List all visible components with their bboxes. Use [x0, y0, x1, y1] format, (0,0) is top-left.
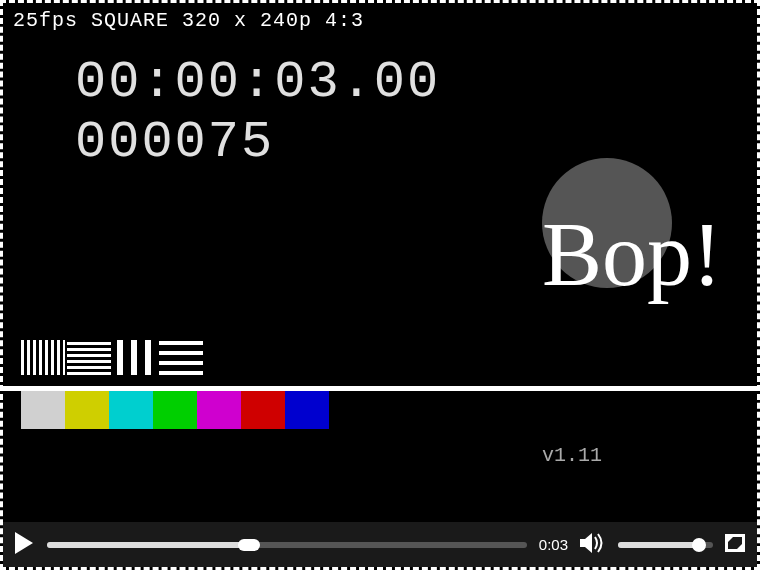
color-bar: [109, 391, 153, 429]
color-bar: [21, 391, 65, 429]
volume-thumb[interactable]: [692, 538, 706, 552]
color-bar: [241, 391, 285, 429]
pattern-hbars: [159, 340, 203, 375]
progress-bar[interactable]: [47, 542, 527, 548]
play-button[interactable]: [15, 532, 35, 557]
test-patterns: [21, 340, 203, 375]
svg-marker-1: [580, 533, 592, 553]
color-bar: [285, 391, 329, 429]
video-meta-info: 25fps SQUARE 320 x 240p 4:3: [13, 9, 364, 32]
video-player-container: 25fps SQUARE 320 x 240p 4:3 00:00:03.00 …: [0, 0, 760, 570]
play-icon: [15, 532, 35, 554]
svg-marker-0: [15, 532, 33, 554]
volume-fill: [618, 542, 699, 548]
pattern-hstripes: [67, 340, 111, 375]
version-label: v1.11: [542, 444, 602, 467]
overlay-text: Bop!: [542, 203, 722, 306]
volume-icon: [580, 532, 606, 554]
color-bar: [65, 391, 109, 429]
volume-slider[interactable]: [618, 542, 713, 548]
frame-counter: 000075: [75, 113, 274, 172]
fullscreen-icon: [725, 534, 745, 552]
video-content[interactable]: 25fps SQUARE 320 x 240p 4:3 00:00:03.00 …: [3, 3, 757, 522]
fullscreen-button[interactable]: [725, 534, 745, 555]
player-controls: 0:03: [3, 522, 757, 567]
color-bar: [153, 391, 197, 429]
pattern-vbars: [113, 340, 157, 375]
pattern-vstripes: [21, 340, 65, 375]
current-time: 0:03: [539, 536, 568, 553]
color-bars: [21, 391, 329, 429]
volume-button[interactable]: [580, 532, 606, 557]
progress-fill: [47, 542, 249, 548]
color-bar: [197, 391, 241, 429]
progress-thumb[interactable]: [238, 539, 260, 551]
timecode-display: 00:00:03.00: [75, 53, 440, 112]
